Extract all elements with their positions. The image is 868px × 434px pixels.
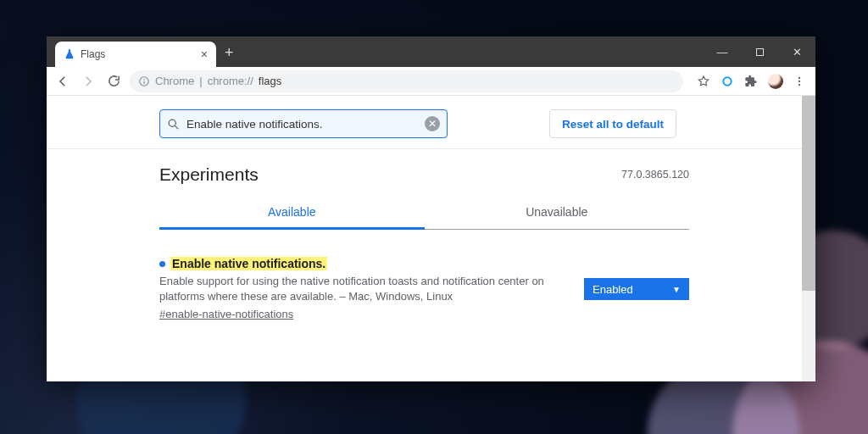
- svg-point-4: [798, 76, 800, 78]
- minimize-button[interactable]: —: [704, 36, 741, 67]
- new-tab-button[interactable]: +: [225, 44, 234, 62]
- forward-button[interactable]: [79, 72, 97, 91]
- flask-icon: [64, 48, 75, 60]
- svg-point-5: [798, 80, 800, 81]
- browser-toolbar: Chrome | chrome://flags: [47, 67, 815, 96]
- omnibox-host: Chrome: [155, 75, 194, 87]
- flag-description: Enable support for using the native noti…: [159, 274, 570, 304]
- svg-point-7: [169, 120, 175, 126]
- bookmark-star-icon[interactable]: [697, 75, 710, 88]
- tab-unavailable[interactable]: Unavailable: [425, 197, 690, 229]
- tab-strip: Flags × + — ✕: [47, 36, 815, 67]
- clear-search-icon[interactable]: ✕: [425, 116, 440, 131]
- extension-icon-blue[interactable]: [721, 75, 734, 88]
- omnibox-path: flags: [259, 75, 281, 87]
- extensions-puzzle-icon[interactable]: [744, 75, 758, 88]
- flags-search-box[interactable]: ✕: [159, 109, 448, 138]
- flag-hash-link[interactable]: #enable-native-notifications: [159, 308, 293, 320]
- omnibox-sep: |: [199, 75, 202, 87]
- browser-tab-flags[interactable]: Flags ×: [55, 42, 216, 67]
- flag-state-select[interactable]: Enabled ▼: [584, 278, 689, 300]
- toolbar-icons: [697, 74, 805, 89]
- svg-line-8: [175, 125, 178, 129]
- flag-state-label: Enabled: [593, 283, 633, 296]
- flags-tabs: Available Unavailable: [159, 197, 689, 230]
- close-window-button[interactable]: ✕: [778, 36, 815, 67]
- svg-point-1: [143, 78, 144, 79]
- svg-point-3: [723, 77, 731, 85]
- svg-point-6: [798, 83, 800, 85]
- flag-row: Enable native notifications. Enable supp…: [159, 230, 689, 321]
- search-icon: [167, 118, 180, 131]
- flags-page: ✕ Reset all to default Experiments 77.0.…: [47, 96, 802, 381]
- close-tab-icon[interactable]: ×: [201, 47, 208, 61]
- profile-avatar[interactable]: [768, 74, 783, 89]
- window-controls: — ✕: [704, 36, 815, 67]
- vertical-scrollbar[interactable]: [802, 96, 815, 381]
- site-info-icon[interactable]: [138, 75, 150, 87]
- flag-title: Enable native notifications.: [170, 257, 327, 270]
- omnibox-prefix: chrome://: [208, 75, 253, 87]
- tab-title: Flags: [81, 48, 196, 60]
- browser-window: Flags × + — ✕ Chrome | chrome://flags: [47, 36, 815, 381]
- page-content: ✕ Reset all to default Experiments 77.0.…: [47, 96, 815, 381]
- flags-search-input[interactable]: [186, 118, 418, 131]
- scrollbar-thumb[interactable]: [802, 96, 815, 291]
- svg-rect-2: [143, 81, 144, 84]
- reload-button[interactable]: [104, 72, 123, 91]
- kebab-menu-icon[interactable]: [793, 75, 805, 88]
- page-title: Experiments: [159, 164, 259, 185]
- chrome-version: 77.0.3865.120: [621, 169, 689, 181]
- modified-flag-dot-icon: [159, 261, 165, 267]
- omnibox[interactable]: Chrome | chrome://flags: [130, 70, 683, 92]
- reset-all-button[interactable]: Reset all to default: [549, 109, 676, 138]
- tab-available[interactable]: Available: [159, 197, 425, 230]
- chevron-down-icon: ▼: [672, 285, 681, 294]
- maximize-button[interactable]: [741, 36, 778, 67]
- back-button[interactable]: [53, 72, 72, 91]
